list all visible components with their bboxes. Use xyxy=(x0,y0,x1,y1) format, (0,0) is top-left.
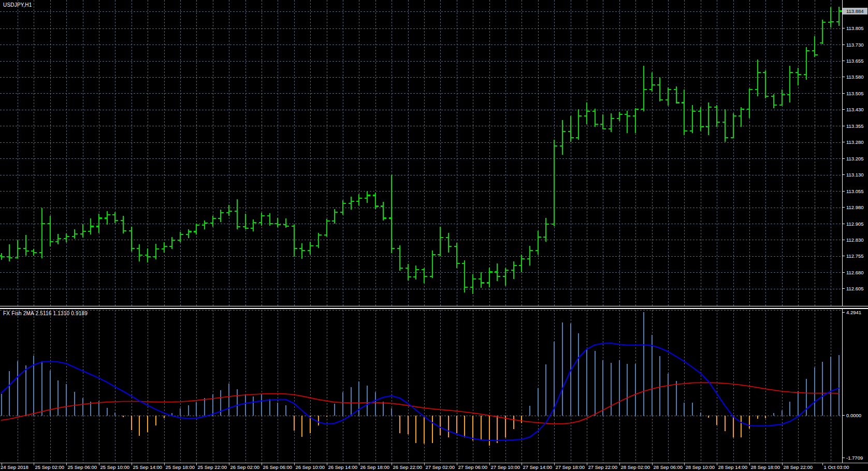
ohlc-bar xyxy=(519,255,525,272)
panel-separator[interactable] xyxy=(0,306,868,309)
fisher-line-blue xyxy=(2,343,839,440)
ohlc-bar xyxy=(373,193,379,209)
time-axis-label: 27 Sep 10:00 xyxy=(491,464,520,470)
ohlc-bar xyxy=(218,210,224,222)
time-axis-label: 28 Sep 14:00 xyxy=(718,464,748,470)
ohlc-bar xyxy=(129,227,135,252)
ohlc-bar xyxy=(438,227,443,256)
time-axis-label: 26 Sep 02:00 xyxy=(230,464,260,470)
ohlc-bar xyxy=(137,244,142,261)
ohlc-bar xyxy=(820,20,826,44)
ohlc-bar xyxy=(495,263,500,281)
indicator-axis-label: -1.7709 xyxy=(846,455,863,461)
ohlc-bar xyxy=(283,218,289,228)
ohlc-bar xyxy=(259,213,265,226)
price-axis-label: 113.280 xyxy=(846,139,864,145)
ohlc-bar xyxy=(430,251,436,278)
ohlc-bar xyxy=(292,225,297,257)
ohlc-bar xyxy=(836,7,842,26)
ohlc-bar xyxy=(235,199,240,229)
price-axis-label: 113.055 xyxy=(846,188,864,194)
ohlc-bar xyxy=(39,208,45,258)
ohlc-bar xyxy=(340,200,346,215)
time-axis-label: 25 Sep 22:00 xyxy=(198,464,227,470)
time-axis-label: 28 Sep 18:00 xyxy=(751,464,780,470)
price-axis-label: 112.680 xyxy=(846,270,864,275)
ohlc-bar xyxy=(755,60,761,96)
ohlc-bar xyxy=(560,120,566,155)
ohlc-bar xyxy=(584,102,590,124)
indicator-values-label: FX Fish 2MA 2.5116 1.1310 0.9189 xyxy=(3,311,88,316)
symbol-timeframe-title: USDJPY,H1 xyxy=(3,2,32,8)
ohlc-bar xyxy=(389,175,395,254)
indicator-axis[interactable]: 4.29410.0000-1.7709 xyxy=(842,309,863,463)
ohlc-bar xyxy=(536,231,541,255)
time-axis-label: 28 Sep 02:00 xyxy=(621,464,650,470)
ohlc-bar xyxy=(592,109,598,127)
time-axis-label: 1 Oct 03:00 xyxy=(824,464,849,470)
ohlc-bar xyxy=(324,219,330,237)
ohlc-bar xyxy=(568,116,574,142)
fish-histogram xyxy=(2,312,839,446)
ohlc-bar xyxy=(162,242,167,253)
mt4-chart-window: 113.805113.730113.655113.580113.505113.4… xyxy=(0,0,868,471)
price-axis-label: 113.580 xyxy=(846,74,864,80)
ohlc-bar xyxy=(633,108,639,134)
time-axis-label: 25 Sep 14:00 xyxy=(133,464,163,470)
ohlc-bars xyxy=(0,7,842,295)
ohlc-bar xyxy=(7,244,12,262)
ohlc-bar xyxy=(194,224,199,234)
ohlc-bar xyxy=(64,233,69,242)
current-price-chip-label: 113.884 xyxy=(846,8,864,14)
chart-surface[interactable]: 113.805113.730113.655113.580113.505113.4… xyxy=(0,0,868,471)
ohlc-bar xyxy=(722,109,728,142)
time-axis-label: 27 Sep 14:00 xyxy=(523,464,553,470)
ohlc-bar xyxy=(422,268,427,283)
ohlc-bar xyxy=(747,89,753,118)
time-axis-label: 24 Sep 2018 xyxy=(1,464,28,470)
time-axis-label: 26 Sep 18:00 xyxy=(360,464,390,470)
price-axis-label: 112.605 xyxy=(846,286,864,291)
ohlc-bar xyxy=(812,36,818,57)
ohlc-bar xyxy=(397,245,403,271)
ohlc-bar xyxy=(804,47,809,80)
price-axis-label: 112.980 xyxy=(846,204,864,210)
ohlc-bar xyxy=(503,268,509,286)
ohlc-bar xyxy=(690,105,696,134)
ohlc-bar xyxy=(251,219,256,231)
price-axis-label: 112.905 xyxy=(846,221,864,227)
ohlc-bar xyxy=(625,111,630,133)
ohlc-bar xyxy=(316,233,322,248)
price-axis-label: 113.430 xyxy=(846,107,864,112)
price-axis-label: 113.130 xyxy=(846,172,864,178)
time-axis-label: 26 Sep 22:00 xyxy=(393,464,423,470)
ohlc-bar xyxy=(72,229,78,239)
ohlc-bar xyxy=(96,214,102,233)
ohlc-bar xyxy=(15,240,21,258)
ohlc-bar xyxy=(55,234,61,244)
price-axis-label: 112.755 xyxy=(846,253,864,259)
ohlc-bar xyxy=(779,90,785,106)
time-axis-label: 28 Sep 10:00 xyxy=(686,464,715,470)
ohlc-bar xyxy=(169,237,175,249)
ohlc-bar xyxy=(552,140,557,227)
time-axis[interactable]: 24 Sep 201825 Sep 02:0025 Sep 06:0025 Se… xyxy=(0,463,868,470)
ohlc-bar xyxy=(527,246,533,266)
ohlc-bar xyxy=(31,249,37,256)
ohlc-bar xyxy=(511,261,517,279)
ohlc-bar xyxy=(576,109,582,140)
price-axis-label: 113.505 xyxy=(846,91,864,96)
price-axis-label: 113.655 xyxy=(846,58,864,64)
ohlc-bar xyxy=(454,243,460,268)
price-axis[interactable]: 113.805113.730113.655113.580113.505113.4… xyxy=(842,0,867,306)
time-axis-label: 25 Sep 02:00 xyxy=(35,464,65,470)
ohlc-bar xyxy=(80,224,86,238)
grid-lines xyxy=(0,0,842,463)
ohlc-bar xyxy=(795,68,801,85)
ohlc-bar xyxy=(23,235,29,256)
price-axis-label: 112.830 xyxy=(846,237,864,243)
ohlc-bar xyxy=(666,87,671,106)
time-axis-label: 27 Sep 06:00 xyxy=(458,464,488,470)
ohlc-bar xyxy=(657,78,663,101)
ohlc-bar xyxy=(698,107,704,131)
